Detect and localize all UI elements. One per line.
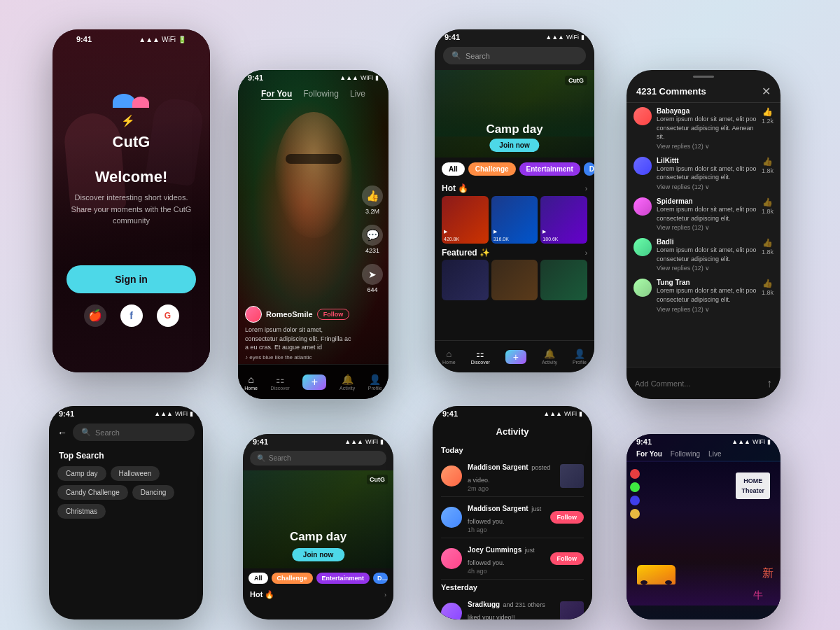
battery-icon-d2: ▮	[380, 438, 384, 445]
phone-search: 9:41 ▲▲▲ WiFi ▮ ← 🔍 Search Top Search Ca…	[49, 406, 203, 620]
like-action[interactable]: 👍 3.2M	[362, 186, 383, 215]
wifi-icon-d2: WiFi	[365, 438, 378, 445]
video-count-2: 316.0K	[493, 237, 509, 241]
google-login-button[interactable]: G	[157, 304, 179, 327]
search-input-bar[interactable]: 🔍 Search	[73, 424, 195, 441]
search-icon: 🔍	[81, 428, 91, 437]
back-icon[interactable]: ←	[57, 427, 67, 438]
hot-label: Hot 🔥	[442, 183, 468, 193]
like-count-3: 1.8k	[762, 208, 774, 215]
follow-button-3[interactable]: Follow	[550, 552, 584, 565]
battery-icon-feed: ▮	[375, 74, 379, 81]
dnav-create[interactable]: +	[505, 350, 526, 364]
signal-icon-feed: ▲▲▲	[340, 74, 358, 81]
category-chips: All Challenge Entertainment Dan...	[435, 158, 594, 181]
view-replies-4[interactable]: View replies (12) ∨	[657, 265, 757, 272]
chip-challenge[interactable]: Challenge	[468, 162, 516, 176]
neon-tab-live[interactable]: Live	[708, 450, 721, 458]
comment-likes-1[interactable]: 👍 1.2k	[762, 107, 774, 150]
featured-video-2[interactable]	[491, 260, 538, 300]
featured-see-all[interactable]: ›	[585, 249, 587, 257]
signal-icon-welcome: ▲▲▲	[139, 36, 160, 43]
d2-see-all[interactable]: ›	[384, 592, 386, 598]
comment-username-5: Tung Tran	[657, 279, 757, 286]
neon-tab-for-you[interactable]: For You	[636, 450, 662, 458]
video-count-1: 420.8K	[444, 237, 459, 241]
apple-login-button[interactable]: 🍎	[84, 304, 106, 327]
follow-button[interactable]: Follow	[317, 309, 350, 320]
tag-dancing[interactable]: Dancing	[132, 485, 175, 500]
view-replies-5[interactable]: View replies (12) ∨	[657, 306, 757, 313]
welcome-subtitle: Discover interesting short videos. Share…	[66, 192, 196, 227]
chip-all[interactable]: All	[442, 162, 465, 176]
dnav-discover[interactable]: ⚏ Discover	[471, 349, 490, 365]
close-icon[interactable]: ✕	[762, 85, 771, 98]
d2-chip-all[interactable]: All	[248, 573, 268, 584]
comment-likes-3[interactable]: 👍 1.8k	[762, 197, 774, 231]
search-input-placeholder: Search	[95, 428, 120, 437]
hero-join-button[interactable]: Join now	[489, 139, 539, 152]
tag-camp-day[interactable]: Camp day	[57, 466, 106, 481]
dnav-home[interactable]: ⌂ Home	[442, 349, 456, 365]
follow-button-2[interactable]: Follow	[550, 511, 584, 524]
nav-activity[interactable]: 🔔 Activity	[340, 374, 355, 391]
tag-halloween[interactable]: Halloween	[111, 466, 160, 481]
hot-video-2[interactable]: 316.0K ▶	[491, 196, 538, 244]
neon-circle-yellow	[630, 509, 640, 519]
d2-join-btn[interactable]: Join now	[292, 548, 344, 561]
neon-circle-green	[630, 482, 640, 492]
comment-username-4: Badli	[657, 238, 757, 246]
signal-icon-discover: ▲▲▲	[545, 34, 564, 41]
wifi-icon-search: WiFi	[175, 410, 188, 417]
hot-see-all[interactable]: ›	[585, 185, 587, 192]
hot-video-1[interactable]: 420.8K ▶	[442, 196, 489, 244]
nav-create[interactable]: +	[302, 374, 326, 390]
add-comment-placeholder[interactable]: Add Comment...	[635, 379, 761, 388]
tag-christmas[interactable]: Christmas	[57, 504, 106, 519]
video-description: Lorem ipsum dolor sit amet, consectetur …	[245, 326, 354, 352]
d2-hero-title: Camp day	[243, 530, 393, 544]
activity-name-4: Sradkugg	[468, 601, 500, 608]
battery-icon-welcome: 🔋	[178, 36, 186, 43]
comment-likes-5[interactable]: 👍 1.8k	[762, 279, 774, 312]
wifi-icon-welcome: WiFi	[162, 36, 176, 43]
tab-live[interactable]: Live	[350, 89, 365, 99]
signin-button[interactable]: Sign in	[66, 265, 196, 293]
dnav-profile[interactable]: 👤 Profile	[573, 349, 587, 365]
tab-for-you[interactable]: For You	[261, 89, 292, 99]
neon-tab-following[interactable]: Following	[671, 450, 700, 458]
tag-candy-challenge[interactable]: Candy Challenge	[57, 485, 128, 500]
featured-video-3[interactable]	[540, 260, 587, 300]
search-bar-discover[interactable]: 🔍 Search	[435, 43, 594, 70]
facebook-login-button[interactable]: f	[120, 304, 143, 327]
view-replies-2[interactable]: View replies (12) ∨	[657, 183, 757, 190]
share-action[interactable]: ➤ 644	[362, 264, 383, 293]
d2-chip-entertainment[interactable]: Entertainment	[316, 573, 370, 584]
view-replies-3[interactable]: View replies (12) ∨	[657, 224, 757, 231]
status-time-activity: 9:41	[442, 410, 458, 418]
cloud-pink-icon	[132, 97, 149, 108]
d2-chip-challenge[interactable]: Challenge	[272, 573, 313, 584]
comment-likes-4[interactable]: 👍 1.8k	[762, 238, 774, 272]
dnav-activity[interactable]: 🔔 Activity	[542, 349, 557, 365]
featured-video-1[interactable]	[442, 260, 489, 300]
view-replies-1[interactable]: View replies (12) ∨	[657, 143, 757, 150]
d2-chip-dance[interactable]: Dan...	[373, 573, 388, 584]
chip-dance[interactable]: Dan...	[584, 162, 594, 176]
nav-profile[interactable]: 👤 Profile	[368, 374, 382, 391]
discover-icon: ⚏	[276, 374, 285, 385]
comment-likes-2[interactable]: 👍 1.8k	[762, 157, 774, 190]
comment-item-3: Spiderman Lorem ipsum dolor sit amet, el…	[634, 197, 774, 231]
search-bar-d2[interactable]: 🔍 Search	[243, 447, 393, 470]
tab-following[interactable]: Following	[303, 89, 339, 99]
comment-action[interactable]: 💬 4231	[362, 225, 383, 254]
send-icon[interactable]: ↑	[766, 377, 772, 390]
comment-item-4: Badli Lorem ipsum dolor sit amet, elit p…	[634, 238, 774, 272]
nav-discover[interactable]: ⚏ Discover	[271, 374, 290, 391]
chip-entertainment[interactable]: Entertainment	[519, 162, 580, 176]
nav-home[interactable]: ⌂ Home	[244, 374, 258, 391]
activity-avatar-3	[441, 548, 462, 569]
hot-video-3[interactable]: 180.6K ▶	[540, 196, 587, 244]
activity-time-2: 1h ago	[468, 526, 545, 533]
comment-username-1: Babayaga	[657, 107, 757, 115]
